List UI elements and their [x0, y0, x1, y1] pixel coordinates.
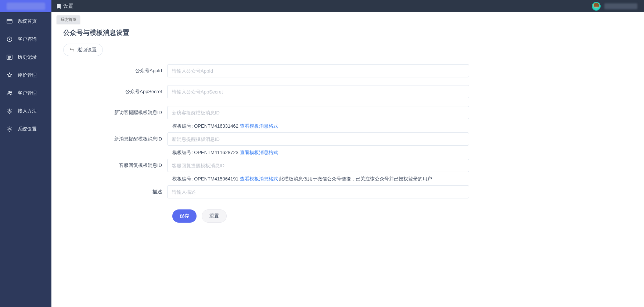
- username-blurred: [604, 3, 637, 9]
- svg-point-19: [9, 128, 10, 129]
- appid-label: 公众号AppId: [51, 67, 167, 74]
- new-message-template-label: 新消息提醒模板消息ID: [51, 136, 167, 142]
- view-template-link[interactable]: 查看模板消息格式: [240, 123, 278, 129]
- topbar-title-wrap: 设置: [57, 3, 73, 10]
- gear-icon: [7, 126, 12, 132]
- sidebar-item-label: 评价管理: [18, 72, 37, 78]
- integration-icon: [7, 108, 12, 114]
- reset-button[interactable]: 重置: [202, 209, 227, 223]
- svg-line-16: [11, 112, 12, 113]
- topbar-user-area[interactable]: [592, 2, 644, 11]
- star-icon: [7, 72, 12, 78]
- svg-point-8: [8, 91, 10, 93]
- reply-template-hint: 模板编号: OPENTM415064191 查看模板消息格式 此模板消息仅用于微…: [167, 176, 432, 182]
- svg-rect-0: [7, 19, 12, 23]
- sidebar-item-label: 客户咨询: [18, 36, 37, 43]
- svg-line-15: [8, 109, 9, 110]
- history-icon: [7, 54, 12, 60]
- description-input[interactable]: [167, 185, 469, 198]
- settings-form: 公众号AppId 公众号AppSecret 新访客提醒模板消息ID: [51, 64, 644, 223]
- appsecret-label: 公众号AppSecret: [51, 88, 167, 95]
- topbar: 设置: [0, 0, 644, 12]
- sidebar-item-label: 历史记录: [18, 54, 37, 61]
- avatar[interactable]: [592, 2, 601, 11]
- sidebar-item-label: 接入方法: [18, 108, 37, 114]
- view-template-link[interactable]: 查看模板消息格式: [240, 150, 278, 155]
- appsecret-input[interactable]: [167, 85, 469, 98]
- sidebar-item-label: 客户管理: [18, 90, 37, 96]
- back-button[interactable]: 返回设置: [63, 44, 103, 56]
- view-template-link[interactable]: 查看模板消息格式: [240, 176, 278, 182]
- sidebar-item-reviews[interactable]: 评价管理: [0, 66, 51, 84]
- svg-line-17: [8, 112, 9, 113]
- new-message-template-hint: 模板编号: OPENTM411628723 查看模板消息格式: [167, 149, 278, 156]
- sidebar-item-consult[interactable]: 客户咨询: [0, 30, 51, 48]
- users-icon: [7, 90, 12, 96]
- description-label: 描述: [51, 189, 167, 195]
- tab-home[interactable]: 系统首页: [57, 15, 80, 24]
- svg-point-3: [9, 39, 10, 40]
- new-visitor-template-input[interactable]: [167, 106, 469, 119]
- reply-template-input[interactable]: [167, 159, 469, 172]
- svg-point-10: [9, 110, 10, 112]
- bookmark-icon: [57, 4, 61, 9]
- main-content: 系统首页 公众号与模板消息设置 返回设置 公众号AppId 公众号AppSecr…: [51, 12, 644, 307]
- hint-trail: 此模板消息仅用于微信公众号链接，已关注该公众号并已授权登录的用户: [278, 176, 432, 182]
- svg-point-9: [10, 91, 12, 93]
- sidebar-item-home[interactable]: 系统首页: [0, 12, 51, 30]
- save-button[interactable]: 保存: [172, 209, 197, 223]
- logo-area[interactable]: [0, 0, 51, 12]
- new-visitor-template-hint: 模板编号: OPENTM416331462 查看模板消息格式: [167, 123, 278, 129]
- new-visitor-template-label: 新访客提醒模板消息ID: [51, 109, 167, 116]
- home-icon: [7, 18, 12, 24]
- sidebar-item-settings[interactable]: 系统设置: [0, 120, 51, 138]
- back-button-label: 返回设置: [78, 47, 97, 53]
- page-header-title: 设置: [63, 3, 73, 10]
- sidebar-item-customers[interactable]: 客户管理: [0, 84, 51, 102]
- page-title: 公众号与模板消息设置: [63, 28, 644, 37]
- svg-line-18: [11, 109, 12, 110]
- appid-input[interactable]: [167, 64, 469, 77]
- hint-prefix: 模板编号: OPENTM415064191: [172, 176, 240, 182]
- sidebar: 系统首页 客户咨询 历史记录 评价管理: [0, 12, 51, 307]
- sidebar-item-history[interactable]: 历史记录: [0, 48, 51, 66]
- new-message-template-input[interactable]: [167, 132, 469, 146]
- hint-prefix: 模板编号: OPENTM411628723: [172, 150, 240, 155]
- reply-template-label: 客服回复模板消息ID: [51, 162, 167, 169]
- sidebar-item-integration[interactable]: 接入方法: [0, 102, 51, 120]
- chat-icon: [7, 36, 12, 42]
- logo-blurred: [7, 3, 45, 10]
- sidebar-item-label: 系统设置: [18, 126, 37, 132]
- hint-prefix: 模板编号: OPENTM416331462: [172, 123, 240, 129]
- sidebar-item-label: 系统首页: [18, 18, 37, 25]
- tab-bar: 系统首页: [51, 13, 644, 24]
- undo-icon: [69, 47, 75, 52]
